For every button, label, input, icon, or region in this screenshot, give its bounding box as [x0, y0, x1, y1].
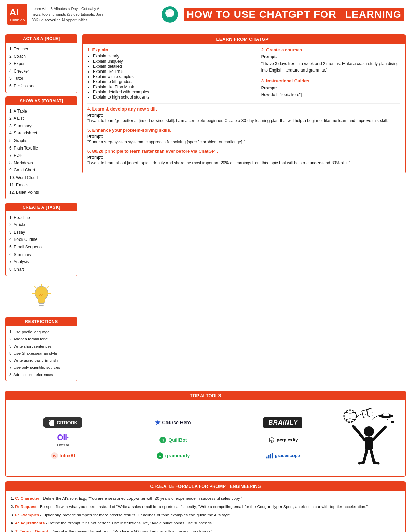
formula-key-c: C: Character	[15, 496, 39, 501]
list-item: 8. Chart	[9, 266, 74, 273]
logo-text: AI	[9, 7, 25, 18]
create-courses-prompt: "I have 3 days free in a week and 2 mont…	[261, 61, 399, 73]
juggling-figure-icon	[341, 406, 396, 471]
learn-from-chatgpt-box: LEARN FROM CHATGPT 1. Explain Explain cl…	[82, 34, 406, 173]
instructional-prompt: How do I ["topic here"]	[261, 92, 302, 97]
ai-tools-logos: GITBOOK ★ Course Hero BRAINLY Oll· Otter…	[11, 417, 335, 459]
perplexity-logo[interactable]: perplexity	[232, 437, 335, 443]
coursehero-logo[interactable]: ★ Course Hero	[121, 419, 224, 426]
8020-prompt-text: "I want to learn about [insert topic]. I…	[87, 160, 400, 166]
formula-number: 2.	[11, 504, 15, 509]
gitbook-icon	[48, 419, 54, 426]
svg-line-7	[47, 286, 48, 288]
list-item: Explain detailed	[93, 64, 254, 69]
learn-explain-section: 1. Explain Explain clearly Explain uniqu…	[87, 47, 254, 100]
grammarly-logo[interactable]: G grammarly	[121, 452, 224, 459]
list-item: 1. Teacher	[9, 46, 74, 53]
list-item: 3. Summary	[9, 122, 74, 130]
list-item: 2. Coach	[9, 53, 74, 61]
list-item: 8. Add culture references	[9, 371, 74, 378]
left-column: ACT AS A [ROLE] 1. Teacher 2. Coach 3. E…	[5, 34, 77, 381]
list-item: 3. Expert	[9, 60, 74, 68]
list-item: Explain like I'm 5	[93, 69, 254, 74]
formula-section: C.R.E.A.T.E FORMULA FOR PROMPT ENGINEERI…	[5, 481, 406, 532]
logo-sub: AIFIRE.CO	[9, 18, 25, 22]
svg-rect-31	[391, 421, 394, 423]
list-item: 6. Summary	[9, 251, 74, 259]
svg-line-6	[35, 286, 36, 288]
header-title: HOW TO USE CHATGPT FOR LEARNING	[184, 9, 404, 20]
formula-number: 1.	[11, 496, 15, 501]
gradescope-icon	[266, 453, 274, 459]
lightbulb-area	[5, 280, 77, 314]
grammarly-icon: G	[156, 452, 164, 459]
act-as-role-title: ACT AS A [ROLE]	[6, 35, 77, 43]
list-item: Explain to 5th grades	[93, 79, 254, 84]
gradescope-logo[interactable]: gradescope	[232, 453, 335, 459]
show-as-format-box: SHOW AS [FORMAT] 1. A Table 2. A List 3.…	[5, 96, 77, 199]
list-item: Explain with examples	[93, 74, 254, 79]
learn-problem-item: 5. Enhance your problem-solving skills. …	[87, 128, 400, 145]
svg-line-35	[373, 427, 385, 440]
learn-full-sections: 4. Learn & develop any new skill. Prompt…	[87, 103, 400, 166]
formula-key-r: R: Request	[15, 504, 36, 509]
formula-number: 3.	[11, 512, 15, 517]
formula-content: 1. C: Character - Define the AI's role. …	[6, 491, 405, 532]
formula-title: C.R.E.A.T.E FORMULA FOR PROMPT ENGINEERI…	[6, 482, 405, 491]
list-item: 4. Book Outline	[9, 236, 74, 244]
formula-body-a: - Refine the prompt if it's not perfect.…	[45, 521, 214, 525]
formula-item-e1: 3. E: Examples - Optionally, provide sam…	[11, 511, 400, 518]
8020-prompt-label: Prompt:	[87, 155, 400, 160]
explain-title: 1. Explain	[87, 47, 254, 52]
formula-number: 4.	[11, 521, 15, 525]
quillbot-icon: Q	[159, 436, 166, 444]
lightbulb-icon	[28, 283, 55, 310]
svg-line-37	[371, 450, 374, 462]
list-item: 1. Headline	[9, 214, 74, 222]
logo: AI AIFIRE.CO	[7, 4, 27, 25]
svg-line-36	[364, 450, 367, 462]
explain-bullets: Explain clearly Explain uniquely Explain…	[87, 54, 254, 100]
svg-rect-29	[383, 413, 389, 416]
formula-body-c: - Define the AI's role. E.g., "You are a…	[39, 496, 242, 501]
gitbook-logo[interactable]: GITBOOK	[11, 417, 114, 428]
learn-box-content: 1. Explain Explain clearly Explain uniqu…	[83, 44, 405, 173]
svg-line-38	[359, 462, 364, 463]
chatgpt-icon	[161, 5, 179, 23]
svg-text:tA: tA	[53, 454, 56, 457]
list-item: 9. Gantt Chart	[9, 167, 74, 174]
perplexity-icon	[268, 437, 275, 443]
header: AI AIFIRE.CO Learn AI in 5 Minutes a Day…	[0, 0, 411, 29]
show-as-format-content: 1. A Table 2. A List 3. Summary 4. Sprea…	[6, 105, 77, 199]
header-title-highlight: LEARNING	[342, 8, 404, 21]
otter-logo[interactable]: Oll· Otter.ai	[11, 433, 114, 447]
learn-box-title: LEARN FROM CHATGPT	[83, 35, 405, 44]
svg-text:Q: Q	[162, 438, 164, 442]
formula-item-t: 5. T: Type of Output - Describe the desi…	[11, 528, 400, 532]
create-courses-title: 2. Create a courses	[261, 47, 400, 52]
list-item: 4. Spreadsheet	[9, 130, 74, 137]
formula-item-c: 1. C: Character - Define the AI's role. …	[11, 495, 400, 502]
create-task-title: CREATE A [TASK]	[6, 203, 77, 211]
quillbot-logo[interactable]: Q QuillBot	[121, 436, 224, 444]
formula-body-t: - Describe the desired format. E.g., "Pr…	[48, 529, 212, 532]
right-column: LEARN FROM CHATGPT 1. Explain Explain cl…	[77, 34, 406, 381]
tutorai-logo[interactable]: tA tutorAI	[11, 452, 114, 459]
svg-rect-4	[39, 305, 43, 306]
restrictions-title: RESTRICTIONS	[6, 317, 77, 326]
list-item: Explain like Elon Musk	[93, 85, 254, 89]
formula-body-r: - Be specific with what you need. Instea…	[36, 504, 368, 509]
brainly-logo[interactable]: BRAINLY	[232, 417, 335, 428]
skill-prompt-label: Prompt:	[87, 113, 400, 118]
problem-prompt-text: "Share a step-by-step systematic approac…	[87, 139, 400, 145]
list-item: 3. Essay	[9, 229, 74, 236]
tutorai-icon: tA	[51, 452, 58, 459]
header-tagline: Learn AI in 5 Minutes a Day - Get daily …	[32, 6, 107, 23]
main-content: ACT AS A [ROLE] 1. Teacher 2. Coach 3. E…	[0, 29, 411, 386]
svg-rect-20	[272, 453, 273, 459]
list-item: Explain to high school students	[93, 95, 254, 100]
svg-line-34	[353, 426, 365, 440]
svg-rect-18	[268, 455, 269, 458]
list-item: 5. Email Sequence	[9, 244, 74, 251]
create-task-content: 1. Headline 2. Article 3. Essay 4. Book …	[6, 211, 77, 276]
